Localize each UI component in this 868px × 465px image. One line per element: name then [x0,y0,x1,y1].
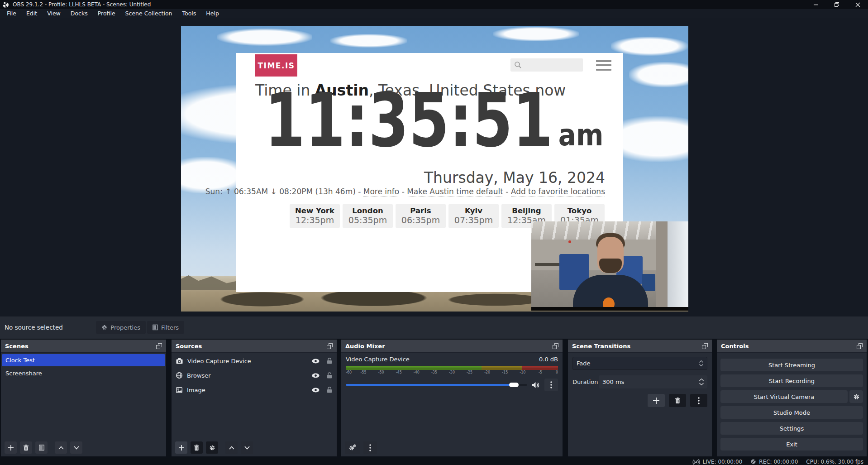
volume-slider-row [346,379,558,391]
menu-scene-collection[interactable]: Scene Collection [120,9,177,18]
chevron-down-icon [74,446,79,450]
minimize-button[interactable] [806,0,826,9]
city-kyiv[interactable]: Kyiv07:35pm [448,204,499,228]
virtual-camera-config-button[interactable] [849,390,863,403]
transition-selected-value: Fade [577,360,591,367]
add-transition-button[interactable] [648,394,665,407]
popout-icon[interactable] [857,343,863,349]
combo-arrows [699,360,703,366]
menu-docks[interactable]: Docks [66,9,93,18]
properties-button[interactable]: Properties [96,321,146,334]
scenes-panel: Scenes Clock Test Screenshare [1,340,166,456]
city-name: Tokyo [568,207,591,216]
cpu-fps-text: CPU: 0.6%, 30.00 fps [806,459,863,465]
popout-icon[interactable] [702,343,708,349]
tick-label: -25 [467,370,472,374]
city-newyork[interactable]: New York12:35pm [290,204,340,228]
trash-icon [675,398,681,404]
scene-transitions-panel: Scene Transitions Fade Duration 300 ms [568,340,712,456]
menu-file[interactable]: File [2,9,21,18]
start-recording-button[interactable]: Start Recording [720,374,863,387]
visibility-eye-icon[interactable] [312,359,320,364]
separator: - [402,187,405,196]
city-paris[interactable]: Paris06:35pm [396,204,446,228]
start-virtual-camera-button[interactable]: Start Virtual Camera [720,390,848,403]
start-streaming-button[interactable]: Start Streaming [720,359,863,371]
sun-times: Sun: ↑ 06:35AM ↓ 08:20PM (13h 46m) [205,187,356,196]
menu-tools[interactable]: Tools [177,9,201,18]
menu-edit[interactable]: Edit [21,9,42,18]
filters-button[interactable]: Filters [147,321,184,334]
menu-help[interactable]: Help [201,9,224,18]
move-source-up-button[interactable] [225,441,238,454]
city-time: 12:35pm [296,216,334,225]
popout-icon[interactable] [327,343,333,349]
remove-source-button[interactable] [191,441,203,454]
popout-icon[interactable] [156,343,162,349]
lock-icon[interactable] [327,387,332,393]
source-row-video-capture[interactable]: Video Capture Device [172,354,337,368]
restore-icon [834,2,839,7]
lock-icon[interactable] [327,372,332,379]
scene-item-clock-test[interactable]: Clock Test [2,354,165,366]
move-scene-up-button[interactable] [55,441,67,454]
preview-canvas[interactable]: TIME.IS Time in Austin, Texas, United St… [181,26,688,312]
double-gear-icon [348,444,357,451]
spin-arrows [699,379,704,385]
chevron-up-icon [229,446,234,450]
live-status: LIVE: 00:00:00 [692,459,743,465]
transition-select[interactable]: Fade [572,357,707,370]
transition-properties-button[interactable] [690,394,707,407]
tick-label: -40 [414,370,420,374]
source-label: Image [187,387,312,393]
kebab-icon [550,381,552,388]
city-london[interactable]: London05:35pm [343,204,393,228]
settings-button[interactable]: Settings [720,422,863,435]
cloud [493,27,579,41]
channel-level-db: 0.0 dB [539,356,558,363]
visibility-eye-icon[interactable] [312,373,320,378]
lock-icon[interactable] [327,358,332,364]
move-source-down-button[interactable] [241,441,253,454]
studio-mode-button[interactable]: Studio Mode [720,406,863,419]
move-scene-down-button[interactable] [70,441,82,454]
remove-scene-button[interactable] [20,441,32,454]
source-properties-button[interactable] [206,441,218,454]
favorite-link[interactable]: Add to favorite locations [511,187,605,197]
sun-info-line: Sun: ↑ 06:35AM ↓ 08:20PM (13h 46m) - Mor… [205,187,605,196]
sources-toolbar [175,441,253,454]
scene-filters-button[interactable] [35,441,48,454]
speaker-icon[interactable] [532,382,540,388]
source-row-browser[interactable]: Browser [172,369,337,382]
advanced-audio-button[interactable] [345,441,360,454]
visibility-eye-icon[interactable] [312,388,320,393]
menu-profile[interactable]: Profile [93,9,120,18]
hamburger-menu-icon[interactable] [596,60,611,71]
volume-slider[interactable] [346,379,527,391]
add-scene-button[interactable] [5,441,17,454]
channel-menu-button[interactable] [544,379,558,391]
source-row-image[interactable]: Image [172,383,337,397]
city-time: 05:35pm [348,216,387,225]
chevron-up-icon[interactable] [699,379,704,381]
city-name: London [352,207,383,216]
timeis-logo[interactable]: TIME.IS [255,54,297,77]
duration-spinbox[interactable]: 300 ms [599,375,707,388]
chevron-down-icon[interactable] [699,383,704,385]
popout-icon[interactable] [553,343,558,349]
scene-item-screenshare[interactable]: Screenshare [2,367,165,379]
add-source-button[interactable] [175,441,187,454]
menu-view[interactable]: View [42,9,66,18]
restore-button[interactable] [826,0,847,9]
tick-label: -45 [396,370,402,374]
remove-transition-button[interactable] [669,394,686,407]
more-info-link[interactable]: More info [363,187,399,197]
close-button[interactable] [847,0,868,9]
slider-handle[interactable] [509,383,519,387]
make-default-link[interactable]: Make Austin time default [407,187,503,197]
duration-label: Duration [572,379,599,385]
meter-scale: -60 -55 -50 -45 -40 -35 -30 -25 -20 -15 … [346,370,558,376]
mixer-menu-button[interactable] [363,441,377,454]
search-input[interactable] [510,58,583,72]
exit-button[interactable]: Exit [720,438,863,451]
